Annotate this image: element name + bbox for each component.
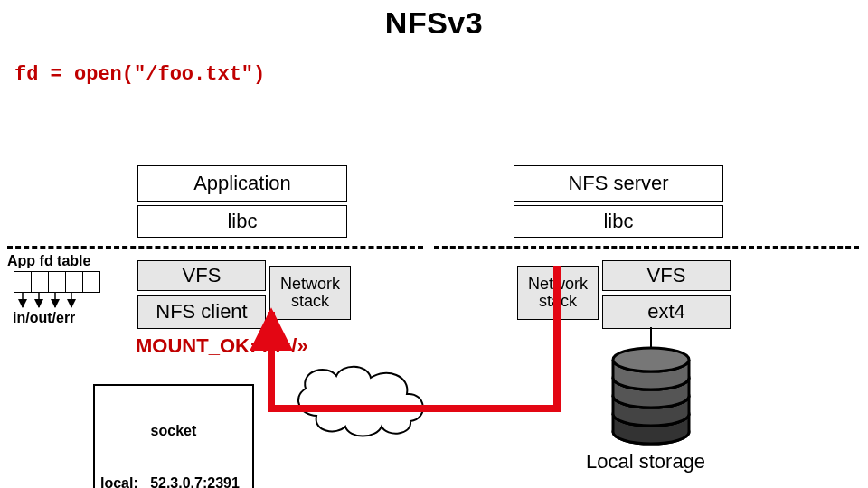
storage-caption: Local storage [586, 450, 705, 474]
box-server-libc: libc [514, 205, 723, 238]
box-client-network-stack: Network stack [269, 266, 351, 320]
cloud-icon [298, 367, 423, 436]
box-application: Application [137, 165, 347, 202]
disk-stack-icon [613, 348, 689, 444]
box-server-network-stack: Network stack [517, 266, 599, 320]
svg-point-6 [613, 384, 689, 408]
box-server-vfs: VFS [602, 260, 731, 291]
socket-local: local: 52.3.0.7:2391 [100, 474, 247, 488]
svg-point-8 [613, 348, 689, 371]
appfd-label: App fd table [7, 253, 90, 269]
mount-ok-label: MOUNT_OK: fh«/» [136, 334, 308, 358]
svg-point-4 [613, 420, 689, 444]
box-client-libc: libc [137, 205, 347, 238]
divider-server [434, 246, 859, 249]
divider-client [7, 246, 423, 249]
page-title: NFSv3 [0, 5, 868, 41]
box-nfs-client: NFS client [137, 295, 266, 329]
socket-heading: socket [100, 422, 247, 439]
appfd-table [14, 271, 100, 293]
network-label: Network [342, 396, 421, 421]
box-ext4: ext4 [602, 295, 731, 329]
box-nfs-server: NFS server [514, 165, 723, 202]
code-snippet: fd = open("/foo.txt") [14, 63, 265, 86]
svg-point-7 [613, 366, 689, 389]
box-client-vfs: VFS [137, 260, 266, 291]
inouterr-label: in/out/err [13, 310, 75, 326]
socket-box: socket local: 52.3.0.7:2391 remote: 71.3… [93, 384, 254, 488]
svg-point-5 [613, 402, 689, 426]
